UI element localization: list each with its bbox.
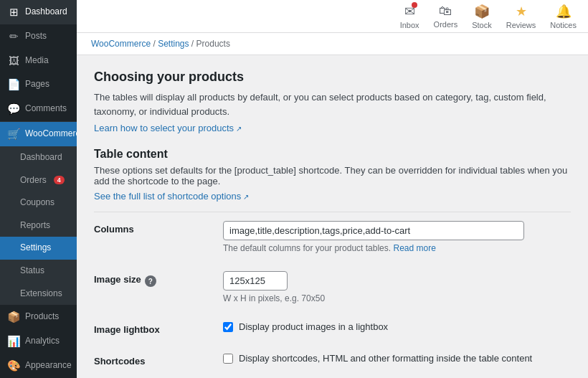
- choosing-link[interactable]: Learn how to select your products: [94, 123, 242, 133]
- reviews-icon: ★: [516, 4, 527, 19]
- dashboard-icon: ⊞: [7, 6, 20, 19]
- main-content: Choosing your products The tables will d…: [77, 55, 588, 378]
- shortcodes-checkbox[interactable]: [223, 354, 233, 364]
- woo-status-label: Status: [20, 265, 44, 277]
- shortcodes-checkbox-label: Display shortcodes, HTML and other forma…: [239, 353, 532, 364]
- woocommerce-icon: 🛒: [7, 128, 20, 141]
- topbar-stock[interactable]: 📦 Stock: [472, 4, 492, 29]
- lightbox-checkbox-label: Display product images in a lightbox: [239, 321, 388, 332]
- pages-icon: 📄: [7, 78, 20, 91]
- sidebar-label-pages: Pages: [25, 79, 49, 90]
- sidebar-label-appearance: Appearance: [25, 360, 72, 372]
- control-image-lightbox: Display product images in a lightbox: [223, 321, 571, 332]
- control-image-size: W x H in pixels, e.g. 70x50: [223, 271, 571, 303]
- woocommerce-submenu: Dashboard Orders 4 Coupons Reports Setti…: [0, 146, 77, 305]
- sidebar-woocommerce-section: 🛒 WooCommerce Dashboard Orders 4 Coupons…: [0, 121, 77, 305]
- notices-label: Notices: [550, 21, 577, 29]
- lightbox-checkbox-row: Display product images in a lightbox: [223, 321, 571, 332]
- columns-read-more[interactable]: Read more: [393, 243, 435, 253]
- top-bar: ✉ Inbox 🛍 Orders 📦 Stock ★ Reviews 🔔 Not…: [77, 0, 588, 33]
- breadcrumb-settings[interactable]: Settings: [158, 39, 189, 49]
- orders-label: Orders: [434, 20, 458, 29]
- appearance-icon: 🎨: [7, 359, 20, 372]
- topbar-inbox[interactable]: ✉ Inbox: [400, 4, 419, 29]
- columns-input[interactable]: [223, 221, 524, 240]
- sidebar-item-woo-extensions[interactable]: Extensions: [0, 283, 77, 306]
- table-content-title: Table content: [94, 148, 571, 161]
- sidebar-label-dashboard: Dashboard: [25, 6, 67, 18]
- columns-hint: The default columns for your product tab…: [223, 243, 571, 253]
- shortcode-options-link[interactable]: See the full list of shortcode options: [94, 191, 249, 202]
- topbar-reviews[interactable]: ★ Reviews: [506, 4, 536, 29]
- analytics-icon: 📊: [7, 335, 20, 348]
- notices-icon: 🔔: [556, 4, 572, 19]
- label-image-size: Image size ?: [94, 271, 209, 287]
- stock-label: Stock: [472, 21, 492, 29]
- woo-dashboard-label: Dashboard: [20, 152, 62, 164]
- inbox-dot: [412, 2, 417, 8]
- choosing-title: Choosing your products: [94, 70, 571, 85]
- sidebar-item-woo-dashboard[interactable]: Dashboard: [0, 146, 77, 169]
- settings-row-image-size: Image size ? W x H in pixels, e.g. 70x50: [94, 263, 571, 313]
- sidebar: ⊞ Dashboard ✏ Posts 🖼 Media 📄 Pages 💬 Co…: [0, 0, 77, 378]
- sidebar-item-woo-reports[interactable]: Reports: [0, 214, 77, 237]
- sidebar-item-woo-status[interactable]: Status: [0, 260, 77, 283]
- sidebar-label-comments: Comments: [25, 103, 67, 115]
- table-content-section: Table content These options set defaults…: [94, 148, 571, 202]
- table-content-desc: These options set defaults for the [prod…: [94, 165, 571, 186]
- orders-icon: 🛍: [439, 4, 452, 19]
- inbox-label: Inbox: [400, 21, 419, 29]
- sidebar-item-analytics[interactable]: 📊 Analytics: [0, 329, 77, 354]
- woo-extensions-label: Extensions: [20, 288, 62, 300]
- choosing-desc: The tables will display all products by …: [94, 90, 571, 118]
- sidebar-label-products: Products: [25, 311, 59, 323]
- sidebar-item-dashboard[interactable]: ⊞ Dashboard: [0, 0, 77, 24]
- topbar-notices[interactable]: 🔔 Notices: [550, 4, 577, 29]
- sidebar-item-woo-orders[interactable]: Orders 4: [0, 169, 77, 192]
- settings-row-image-lightbox: Image lightbox Display product images in…: [94, 313, 571, 344]
- sidebar-item-woo-coupons[interactable]: Coupons: [0, 192, 77, 214]
- image-size-help-icon[interactable]: ?: [145, 275, 156, 287]
- reviews-label: Reviews: [506, 21, 536, 29]
- sidebar-item-comments[interactable]: 💬 Comments: [0, 97, 77, 121]
- sidebar-label-woocommerce: WooCommerce: [25, 128, 77, 140]
- image-size-input[interactable]: [223, 271, 288, 290]
- orders-badge: 4: [54, 176, 65, 184]
- sidebar-label-media: Media: [25, 55, 49, 67]
- sidebar-item-woocommerce[interactable]: 🛒 WooCommerce: [0, 122, 77, 146]
- shortcodes-checkbox-row: Display shortcodes, HTML and other forma…: [223, 353, 571, 364]
- settings-row-shortcodes: Shortcodes Display shortcodes, HTML and …: [94, 344, 571, 376]
- media-icon: 🖼: [7, 55, 20, 67]
- label-shortcodes: Shortcodes: [94, 353, 209, 367]
- control-columns: The default columns for your product tab…: [223, 221, 571, 253]
- settings-row-columns: Columns The default columns for your pro…: [94, 212, 571, 263]
- sidebar-label-posts: Posts: [25, 31, 47, 42]
- settings-table: Columns The default columns for your pro…: [94, 212, 571, 378]
- control-shortcodes: Display shortcodes, HTML and other forma…: [223, 353, 571, 364]
- breadcrumb-woocommerce[interactable]: WooCommerce: [91, 39, 151, 49]
- woo-settings-label: Settings: [20, 242, 51, 254]
- image-size-hint: W x H in pixels, e.g. 70x50: [223, 293, 571, 303]
- woo-reports-label: Reports: [20, 220, 50, 232]
- breadcrumb-current: Products: [196, 39, 230, 49]
- label-image-lightbox: Image lightbox: [94, 321, 209, 335]
- content-area: WooCommerce / Settings / Products Choosi…: [77, 33, 588, 378]
- posts-icon: ✏: [7, 30, 20, 43]
- woo-coupons-label: Coupons: [20, 197, 54, 209]
- topbar-orders[interactable]: 🛍 Orders: [434, 4, 458, 29]
- woo-orders-label: Orders: [20, 175, 47, 186]
- sidebar-item-pages[interactable]: 📄 Pages: [0, 72, 77, 97]
- comments-icon: 💬: [7, 103, 20, 115]
- products-icon: 📦: [7, 311, 20, 323]
- sidebar-item-appearance[interactable]: 🎨 Appearance: [0, 354, 77, 378]
- sidebar-item-posts[interactable]: ✏ Posts: [0, 24, 77, 49]
- sidebar-item-media[interactable]: 🖼 Media: [0, 49, 77, 72]
- stock-icon: 📦: [474, 4, 490, 19]
- inbox-icon: ✉: [404, 4, 415, 19]
- lightbox-checkbox[interactable]: [223, 322, 233, 332]
- sidebar-item-woo-settings[interactable]: Settings: [0, 237, 77, 260]
- label-columns: Columns: [94, 221, 209, 235]
- breadcrumb: WooCommerce / Settings / Products: [77, 33, 588, 55]
- sidebar-label-analytics: Analytics: [25, 336, 60, 347]
- sidebar-item-products[interactable]: 📦 Products: [0, 305, 77, 329]
